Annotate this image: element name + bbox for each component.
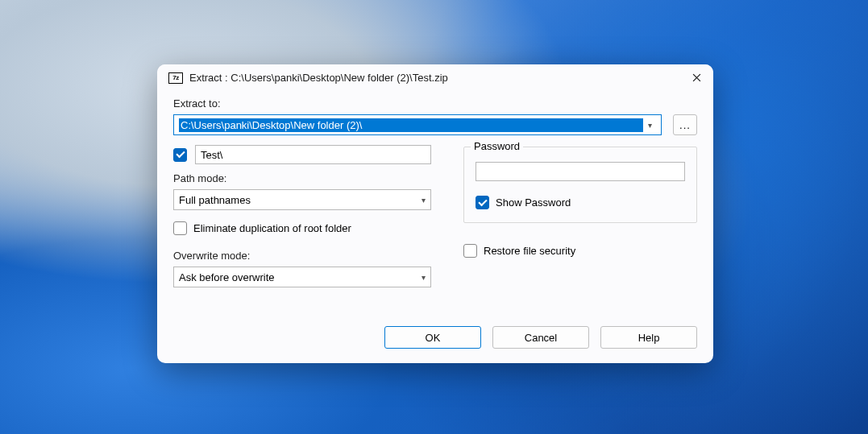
password-input[interactable]: [476, 162, 685, 181]
help-button[interactable]: Help: [600, 326, 697, 349]
subfolder-input[interactable]: [195, 145, 431, 164]
overwrite-mode-value: Ask before overwrite: [179, 271, 275, 283]
app-icon: 7z: [168, 72, 183, 84]
eliminate-dup-checkbox[interactable]: [173, 221, 187, 235]
path-mode-label: Path mode:: [173, 172, 431, 184]
close-button[interactable]: [679, 67, 713, 89]
overwrite-mode-label: Overwrite mode:: [173, 250, 431, 262]
extract-to-combo[interactable]: C:\Users\panki\Desktop\New folder (2)\ ▾: [173, 114, 662, 135]
show-password-checkbox[interactable]: [476, 196, 489, 209]
restore-security-checkbox[interactable]: [463, 244, 477, 258]
extract-to-label: Extract to:: [173, 97, 697, 110]
subfolder-checkbox[interactable]: [173, 148, 187, 162]
extract-dialog: 7z Extract : C:\Users\panki\Desktop\New …: [157, 64, 713, 363]
password-legend: Password: [471, 140, 523, 152]
overwrite-mode-select[interactable]: Ask before overwrite ▾: [173, 267, 431, 287]
chevron-down-icon: ▾: [422, 196, 426, 205]
extract-to-value: C:\Users\panki\Desktop\New folder (2)\: [179, 118, 643, 132]
chevron-down-icon: ▾: [422, 273, 426, 282]
path-mode-select[interactable]: Full pathnames ▾: [173, 189, 431, 210]
cancel-button[interactable]: Cancel: [492, 326, 589, 349]
show-password-label: Show Password: [496, 196, 571, 209]
browse-button[interactable]: ...: [673, 114, 697, 135]
dialog-content: Extract to: C:\Users\panki\Desktop\New f…: [157, 91, 713, 363]
window-title: Extract : C:\Users\panki\Desktop\New fol…: [189, 72, 673, 84]
dialog-buttons: OK Cancel Help: [173, 326, 697, 349]
close-icon: [692, 73, 701, 82]
chevron-down-icon: ▾: [643, 121, 656, 130]
restore-security-label: Restore file security: [484, 245, 575, 257]
left-column: Path mode: Full pathnames ▾ Eliminate du…: [173, 145, 431, 287]
password-group: Password Show Password: [463, 147, 697, 223]
path-mode-value: Full pathnames: [179, 194, 251, 206]
right-column: Password Show Password Restore file secu…: [463, 145, 697, 287]
titlebar: 7z Extract : C:\Users\panki\Desktop\New …: [157, 64, 713, 91]
eliminate-dup-label: Eliminate duplication of root folder: [193, 222, 351, 234]
ok-button[interactable]: OK: [384, 326, 481, 349]
